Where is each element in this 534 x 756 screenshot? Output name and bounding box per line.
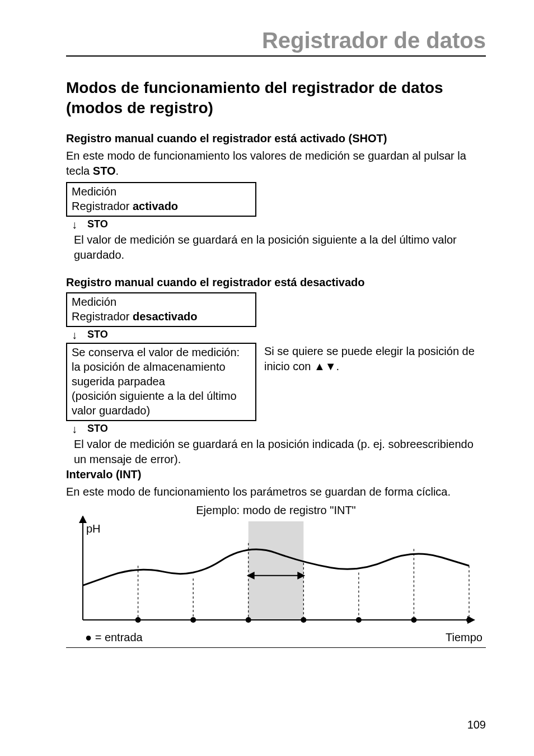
box-line: la posición de almacenamiento sugerida p…	[72, 360, 251, 389]
box-line: Registrador activado	[72, 199, 251, 213]
box-line: (posición siguiente a la del último valo…	[72, 389, 251, 418]
box-line: Registrador desactivado	[72, 309, 251, 324]
shot-heading: Registro manual cuando el registrador es…	[66, 132, 486, 145]
svg-point-5	[135, 617, 141, 623]
flow-arrow-row: ↓ STO	[72, 327, 486, 343]
sto-key: STO	[87, 329, 108, 340]
main-heading: Modos de funcionamiento del registrador …	[66, 78, 486, 119]
updown-arrows-icon: ▲▼	[314, 360, 336, 372]
shot-result: El valor de medición se guardará en la p…	[74, 232, 486, 263]
sto-key-ref: STO	[93, 165, 116, 177]
box-line: Medición	[72, 184, 251, 199]
shot-state-box: Medición Registrador activado	[66, 182, 256, 217]
chart-svg: pH	[66, 516, 486, 633]
svg-point-13	[356, 617, 362, 623]
off-state-box-2: Se conserva el valor de medición: la pos…	[66, 343, 256, 421]
svg-text:pH: pH	[86, 522, 101, 535]
int-intro: En este modo de funcionamiento los parám…	[66, 484, 486, 500]
int-chart: Ejemplo: modo de registro "INT" pH ● = e…	[66, 504, 486, 648]
shot-intro: En este modo de funcionamiento los valor…	[66, 148, 486, 179]
down-arrow-icon: ↓	[72, 329, 77, 340]
off-state-box-1: Medición Registrador desactivado	[66, 292, 256, 327]
down-arrow-icon: ↓	[72, 423, 77, 435]
svg-point-11	[301, 617, 306, 623]
svg-rect-0	[249, 521, 304, 620]
off-result: El valor de medición se guardará en la p…	[74, 437, 486, 467]
page-header: Registrador de datos	[66, 28, 486, 57]
svg-point-17	[466, 617, 472, 623]
down-arrow-icon: ↓	[72, 219, 77, 230]
svg-point-9	[246, 617, 251, 623]
sto-key: STO	[87, 423, 108, 435]
off-heading: Registro manual cuando el registrador es…	[66, 276, 486, 289]
chart-caption: Ejemplo: modo de registro "INT"	[66, 504, 486, 517]
box-line: Medición	[72, 295, 251, 309]
chart-xlabel: Tiempo	[446, 631, 483, 644]
svg-point-7	[190, 617, 196, 623]
page-number: 109	[467, 718, 486, 731]
sto-key: STO	[87, 218, 108, 230]
int-heading: Intervalo (INT)	[66, 468, 486, 481]
flow-arrow-row: ↓ STO	[72, 217, 486, 232]
chart-legend-row: ● = entrada Tiempo	[66, 631, 486, 644]
document-page: Registrador de datos Modos de funcionami…	[0, 0, 534, 756]
box-line: Se conserva el valor de medición:	[72, 345, 251, 360]
chart-bottom-rule	[66, 647, 486, 648]
svg-point-15	[411, 617, 416, 623]
page-title: Registrador de datos	[262, 28, 486, 53]
off-two-column: Se conserva el valor de medición: la pos…	[66, 343, 486, 421]
off-side-note: Si se quiere se puede elegir la posición…	[264, 343, 486, 374]
flow-arrow-row: ↓ STO	[72, 421, 486, 437]
chart-legend: ● = entrada	[85, 631, 143, 644]
